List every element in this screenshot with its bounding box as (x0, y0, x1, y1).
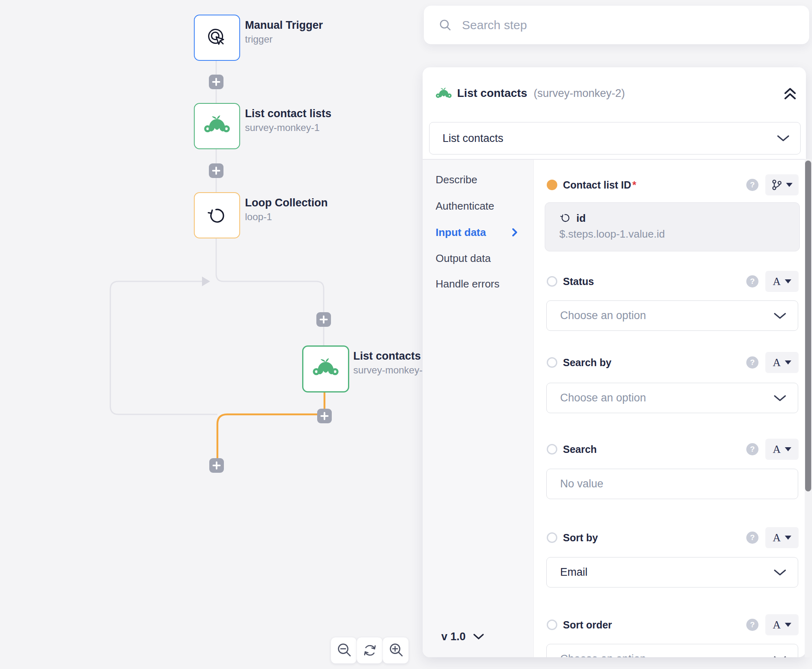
node-loop-collection[interactable] (194, 192, 240, 238)
zoom-in-icon (386, 640, 406, 660)
action-select[interactable]: List contacts (429, 122, 801, 154)
add-step-button[interactable] (317, 409, 332, 423)
input-placeholder: No value (560, 478, 604, 490)
panel-header: List contacts (survey-monkey-2) (457, 87, 625, 100)
refresh-icon (360, 640, 380, 660)
node-title: Manual Trigger (245, 19, 323, 32)
node-manual-trigger[interactable] (194, 15, 240, 61)
field-label-search-by: Search by (563, 356, 612, 369)
chevron-down-icon (473, 633, 484, 640)
git-branch-icon (771, 179, 782, 191)
step-search-bar (424, 6, 809, 44)
node-list-contact-lists[interactable] (194, 103, 240, 149)
token-name: id (576, 212, 586, 225)
search-text-input[interactable]: No value (546, 469, 798, 499)
node-label-list-contact-lists: List contact lists survey-monkey-1 (245, 107, 331, 133)
field-label-contact-list-id: Contact list ID* (563, 178, 636, 192)
node-label-loop-collection: Loop Collection loop-1 (245, 197, 328, 223)
search-step-input[interactable] (461, 18, 809, 32)
help-icon[interactable]: ? (746, 532, 758, 544)
version-label: v 1.0 (441, 630, 466, 643)
chevron-down-icon (773, 656, 786, 657)
search-by-dropdown[interactable]: Choose an option (546, 383, 798, 413)
field-status-dot (547, 620, 557, 630)
field-status-dot (547, 444, 557, 455)
dropdown-placeholder: Choose an option (560, 309, 646, 322)
node-subtitle: trigger (245, 34, 323, 45)
node-label-list-contacts: List contacts survey-monkey-2 (353, 350, 428, 376)
collapse-panel-button[interactable] (781, 85, 799, 103)
manual-trigger-icon (204, 25, 230, 51)
chevron-down-icon (773, 569, 786, 576)
workflow-editor: Manual Trigger trigger List contact list… (0, 0, 812, 669)
surveymonkey-icon (312, 356, 339, 382)
mapping-type-selector[interactable]: A (765, 527, 799, 548)
caret-down-icon (786, 183, 793, 187)
tab-describe[interactable]: Describe (436, 172, 477, 187)
node-title: List contacts (353, 350, 428, 362)
version-selector[interactable]: v 1.0 (441, 629, 484, 644)
search-icon (438, 18, 452, 32)
help-icon[interactable]: ? (746, 356, 758, 369)
zoom-out-button[interactable] (331, 637, 357, 664)
static-type-icon: A (773, 275, 781, 288)
node-title: Loop Collection (245, 197, 328, 209)
static-type-icon: A (773, 619, 781, 631)
status-dropdown[interactable]: Choose an option (546, 300, 798, 331)
help-icon[interactable]: ? (746, 443, 758, 455)
add-step-button[interactable] (209, 163, 223, 178)
scrollbar-thumb[interactable] (805, 161, 811, 491)
mapping-type-selector[interactable] (765, 174, 799, 195)
chevron-right-icon (510, 228, 519, 237)
step-config-panel: List contacts (survey-monkey-2) List con… (423, 67, 806, 657)
loop-icon (559, 211, 572, 225)
mapping-type-selector[interactable]: A (765, 352, 799, 373)
mapping-type-selector[interactable]: A (765, 439, 799, 460)
sort-by-dropdown[interactable]: Email (546, 557, 798, 588)
double-chevron-up-icon (783, 86, 797, 102)
tab-handle-errors[interactable]: Handle errors (436, 277, 500, 291)
caret-down-icon (785, 447, 791, 451)
static-type-icon: A (773, 356, 781, 369)
field-label-sort-order: Sort order (563, 618, 612, 632)
static-type-icon: A (773, 532, 781, 544)
contact-list-id-token-field[interactable]: id $.steps.loop-1.value.id (545, 202, 800, 251)
dropdown-value: Email (560, 566, 588, 579)
caret-down-icon (785, 279, 791, 283)
node-list-contacts[interactable] (302, 345, 349, 392)
add-step-button[interactable] (209, 458, 224, 473)
reset-view-button[interactable] (357, 637, 383, 664)
field-status-dot (547, 357, 557, 368)
chevron-down-icon (773, 395, 786, 401)
add-step-button[interactable] (316, 312, 331, 327)
field-status-dot (547, 180, 557, 190)
dropdown-placeholder: Choose an option (560, 653, 646, 657)
loop-icon (204, 203, 230, 228)
field-label-search: Search (563, 442, 597, 456)
sort-order-dropdown[interactable]: Choose an option (546, 644, 798, 657)
static-type-icon: A (773, 443, 781, 456)
node-label-manual-trigger: Manual Trigger trigger (245, 19, 323, 45)
surveymonkey-icon (204, 113, 230, 139)
tab-output-data[interactable]: Output data (436, 251, 491, 266)
tab-authenticate[interactable]: Authenticate (436, 199, 494, 213)
help-icon[interactable]: ? (746, 179, 758, 191)
panel-title: List contacts (457, 87, 527, 100)
add-step-button[interactable] (209, 75, 223, 89)
zoom-out-icon (334, 640, 354, 660)
field-label-status: Status (563, 274, 594, 288)
field-status-dot (547, 276, 557, 287)
mapping-type-selector[interactable]: A (765, 271, 799, 292)
caret-down-icon (785, 536, 791, 540)
help-icon[interactable]: ? (746, 619, 758, 631)
zoom-in-button[interactable] (382, 637, 409, 664)
node-title: List contact lists (245, 107, 331, 120)
caret-down-icon (785, 360, 791, 365)
field-status-dot (547, 532, 557, 543)
tab-input-data[interactable]: Input data (436, 225, 486, 240)
mapping-type-selector[interactable]: A (765, 614, 799, 635)
node-subtitle: survey-monkey-1 (245, 122, 331, 133)
field-label-sort-by: Sort by (563, 531, 598, 545)
dropdown-placeholder: Choose an option (560, 392, 646, 404)
help-icon[interactable]: ? (746, 275, 758, 287)
